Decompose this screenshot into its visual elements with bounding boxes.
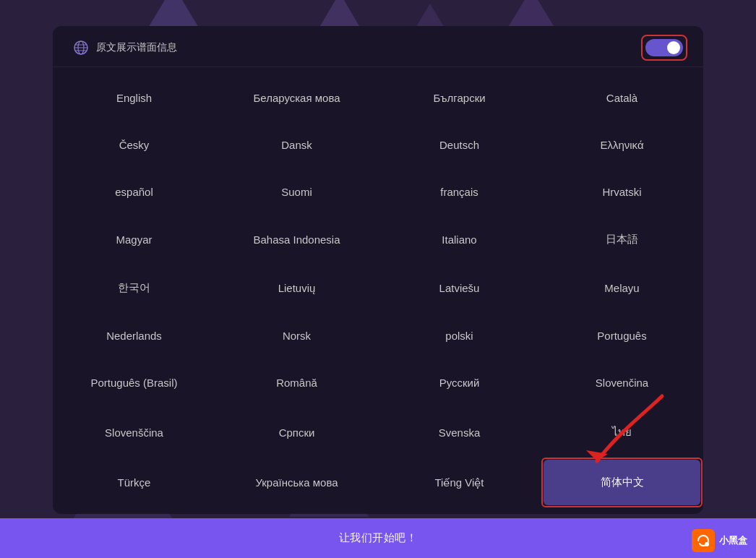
lang-item-belarusian[interactable]: Беларуская мова [218, 76, 375, 120]
lang-item-vietnamese[interactable]: Tiếng Việt [381, 460, 538, 505]
lang-item-hungarian[interactable]: Magyar [56, 217, 212, 262]
lang-item-norwegian[interactable]: Norsk [218, 314, 375, 358]
header-title: 原文展示谱面信息 [96, 41, 177, 54]
lang-item-croatian[interactable]: Hrvatski [544, 170, 700, 214]
svg-point-6 [705, 542, 709, 546]
lang-item-russian[interactable]: Русский [381, 361, 538, 405]
lang-item-portuguese-brazil[interactable]: Português (Brasil) [56, 361, 212, 405]
watermark-icon [692, 529, 715, 552]
lang-item-bulgarian[interactable]: Български [381, 76, 538, 120]
lang-item-chinese-simplified[interactable]: 简体中文 [544, 460, 700, 505]
lang-item-german[interactable]: Deutsch [381, 123, 538, 167]
lang-item-english[interactable]: English [56, 76, 212, 120]
lang-item-korean[interactable]: 한국어 [56, 265, 212, 311]
lang-item-swedish[interactable]: Svenska [381, 408, 538, 457]
lang-item-greek[interactable]: Ελληνικά [544, 123, 700, 167]
modal-overlay: 原文展示谱面信息 EnglishБеларуская моваБългарски… [0, 0, 756, 558]
globe-icon [73, 40, 89, 56]
lang-item-turkish[interactable]: Türkçe [56, 460, 212, 505]
lang-item-indonesian[interactable]: Bahasa Indonesia [218, 217, 375, 262]
lang-item-portuguese[interactable]: Português [544, 314, 700, 358]
lang-item-czech[interactable]: Česky [56, 123, 212, 167]
lang-item-spanish[interactable]: español [56, 170, 212, 214]
lang-item-italian[interactable]: Italiano [381, 217, 538, 262]
lang-item-polish[interactable]: polski [381, 314, 538, 358]
modal-header: 原文展示谱面信息 [53, 26, 703, 67]
language-list-container[interactable]: EnglishБеларуская моваБългарскиCatalàČes… [53, 67, 703, 514]
lang-item-thai[interactable]: ไทย [544, 408, 700, 457]
selected-lang-red-box [541, 458, 703, 507]
lang-item-lithuanian[interactable]: Lietuvių [218, 265, 375, 311]
toggle-wrapper [645, 39, 683, 56]
lang-item-malay[interactable]: Melayu [544, 265, 700, 311]
lang-item-finnish[interactable]: Suomi [218, 170, 375, 214]
lang-item-romanian[interactable]: Română [218, 361, 375, 405]
language-grid: EnglishБеларуская моваБългарскиCatalàČes… [53, 74, 703, 507]
lang-item-ukrainian[interactable]: Українська мова [218, 460, 375, 505]
toggle-switch[interactable] [645, 39, 683, 56]
lang-item-french[interactable]: français [381, 170, 538, 214]
lang-item-slovak[interactable]: Slovenčina [544, 361, 700, 405]
lang-item-dutch[interactable]: Nederlands [56, 314, 212, 358]
watermark-label: 小黑盒 [719, 534, 747, 547]
lang-item-serbian[interactable]: Српски [218, 408, 375, 457]
lang-item-latvian[interactable]: Latviešu [381, 265, 538, 311]
lang-item-japanese[interactable]: 日本語 [544, 217, 700, 262]
lang-item-danish[interactable]: Dansk [218, 123, 375, 167]
lang-item-catalan[interactable]: Català [544, 76, 700, 120]
toggle-knob [667, 41, 680, 54]
header-left: 原文展示谱面信息 [73, 40, 177, 56]
language-modal: 原文展示谱面信息 EnglishБеларуская моваБългарски… [53, 26, 703, 514]
lang-item-slovenian[interactable]: Slovenščina [56, 408, 212, 457]
watermark: 小黑盒 [692, 529, 747, 552]
